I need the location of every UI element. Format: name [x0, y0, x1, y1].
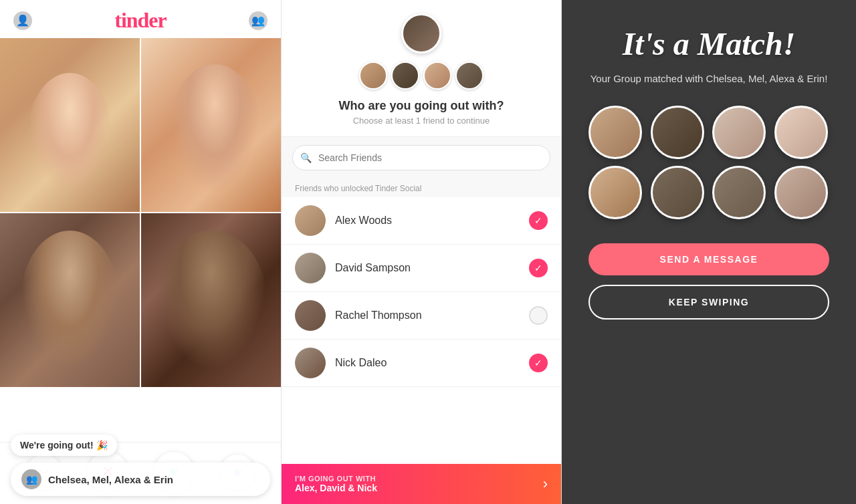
search-input[interactable]: [292, 145, 550, 170]
match-avatar-8: [774, 166, 828, 219]
search-container: 🔍: [292, 145, 550, 170]
friend-item-rachel[interactable]: Rachel Thompson: [282, 292, 561, 340]
friends-subtitle: Choose at least 1 friend to continue: [353, 116, 490, 126]
keep-swiping-button[interactable]: KEEP SWIPING: [588, 285, 829, 320]
photo-3: [0, 213, 140, 387]
group-icon: 👥: [21, 469, 41, 489]
send-message-button[interactable]: SEND A MESSAGE: [588, 243, 829, 275]
match-avatar-2: [651, 106, 704, 159]
friend-avatar-david: [295, 253, 326, 283]
mini-avatar-1: [359, 61, 387, 90]
panel-match: It's a Match! Your Group matched with Ch…: [562, 0, 856, 504]
friend-item-david[interactable]: David Sampson ✓: [282, 245, 561, 292]
photo-2: [141, 38, 281, 212]
friend-avatar-alex: [295, 205, 326, 236]
check-david[interactable]: ✓: [529, 259, 548, 277]
tinder-logo: tinder: [114, 8, 167, 33]
friend-name-david: David Sampson: [335, 262, 529, 274]
photo-grid: [0, 38, 281, 442]
search-icon: 🔍: [300, 152, 312, 163]
cta-arrow: ›: [543, 475, 548, 493]
mini-avatar-4: [455, 61, 484, 90]
friend-avatars-row: [359, 61, 484, 90]
mini-avatar-3: [423, 61, 451, 90]
cta-text-container: I'M GOING OUT WITH Alex, David & Nick: [295, 475, 377, 493]
friend-name-nick: Nick Daleo: [335, 357, 529, 369]
friend-avatar-nick: [295, 348, 326, 378]
match-avatar-6: [651, 166, 704, 219]
top-avatars-section: Who are you going out with? Choose at le…: [282, 0, 561, 137]
group-bar[interactable]: 👥 Chelsea, Mel, Alexa & Erin: [11, 463, 270, 496]
cta-label: I'M GOING OUT WITH: [295, 475, 377, 483]
mini-avatar-2: [391, 61, 419, 90]
check-nick[interactable]: ✓: [529, 354, 548, 372]
check-alex[interactable]: ✓: [529, 211, 548, 230]
match-avatar-4: [774, 106, 828, 159]
host-avatar: [401, 13, 441, 53]
match-avatar-5: [588, 166, 642, 219]
section-label: Friends who unlocked Tinder Social: [282, 178, 561, 197]
cta-names: Alex, David & Nick: [295, 483, 377, 493]
matches-icon[interactable]: 👥: [249, 11, 268, 30]
match-title: It's a Match!: [623, 27, 796, 62]
friends-title: Who are you going out with?: [339, 99, 504, 113]
check-rachel[interactable]: [529, 306, 548, 325]
panel-friends-selection: Who are you going out with? Choose at le…: [281, 0, 562, 504]
overlay-bar: We're going out! 🎉 👥 Chelsea, Mel, Alexa…: [0, 426, 281, 504]
group-names: Chelsea, Mel, Alexa & Erin: [48, 474, 173, 485]
going-out-text: We're going out! 🎉: [20, 440, 108, 451]
friend-name-alex: Alex Woods: [335, 215, 529, 227]
going-out-cta[interactable]: I'M GOING OUT WITH Alex, David & Nick ›: [282, 464, 561, 504]
match-avatar-7: [712, 166, 766, 219]
friend-avatar-rachel: [295, 300, 326, 331]
friend-item-alex[interactable]: Alex Woods ✓: [282, 197, 561, 245]
photo-1: [0, 38, 140, 212]
photo-4: [141, 213, 281, 387]
match-avatars-grid: [588, 106, 829, 219]
match-subtitle: Your Group matched with Chelsea, Mel, Al…: [591, 72, 828, 86]
header: 👤 tinder 👥: [0, 0, 281, 38]
friend-name-rachel: Rachel Thompson: [335, 309, 529, 322]
match-avatar-1: [588, 106, 642, 159]
going-out-bubble: We're going out! 🎉: [11, 434, 117, 456]
friend-item-nick[interactable]: Nick Daleo ✓: [282, 340, 561, 387]
panel-main-screen: 👤 tinder 👥 We're going out! 🎉 👥 Chelsea,…: [0, 0, 281, 504]
match-avatar-3: [712, 106, 766, 159]
friend-list: Alex Woods ✓ David Sampson ✓ Rachel Thom…: [282, 197, 561, 464]
profile-icon[interactable]: 👤: [13, 11, 32, 30]
